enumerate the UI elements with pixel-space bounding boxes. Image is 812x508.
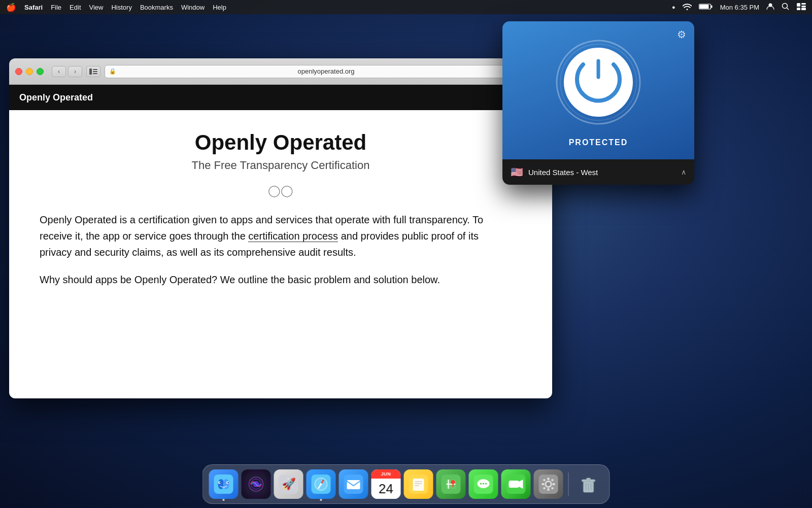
safari-toolbar: ‹ › 🔒 openlyoperated.org ↻ — [9, 58, 552, 85]
svg-rect-11 — [89, 69, 92, 75]
svg-point-37 — [320, 483, 322, 485]
search-icon[interactable] — [782, 3, 790, 12]
dock-finder[interactable] — [209, 469, 239, 499]
certification-link[interactable]: certification process — [248, 230, 338, 242]
page-body: Openly Operated is a certification given… — [40, 212, 496, 288]
svg-rect-9 — [797, 8, 800, 10]
safari-window: ‹ › 🔒 openlyoperated.org ↻ Openly Operat… — [9, 58, 552, 398]
dock-facetime[interactable] — [501, 469, 531, 499]
menu-edit[interactable]: Edit — [70, 4, 81, 11]
svg-rect-14 — [93, 73, 97, 74]
dock-calendar[interactable]: JUN 24 — [371, 469, 401, 499]
menu-file[interactable]: File — [51, 4, 61, 11]
menu-bookmarks[interactable]: Bookmarks — [140, 4, 173, 11]
bluetooth-icon[interactable]: ● — [672, 4, 675, 10]
vpn-location[interactable]: 🇺🇸 United States - West — [511, 166, 598, 178]
lock-icon: 🔒 — [109, 68, 116, 75]
svg-line-5 — [787, 8, 789, 10]
menu-help[interactable]: Help — [213, 4, 226, 11]
clock: Mon 6:35 PM — [720, 4, 759, 11]
svg-text:🚀: 🚀 — [282, 477, 296, 491]
dock-divider — [568, 472, 569, 496]
menubar: 🍎 Safari File Edit View History Bookmark… — [0, 0, 812, 14]
menu-window[interactable]: Window — [181, 4, 205, 11]
vpn-popup: ⚙ — [502, 21, 694, 185]
svg-rect-62 — [553, 483, 555, 485]
svg-point-51 — [483, 483, 484, 485]
vpn-body: ⚙ — [502, 21, 694, 159]
svg-rect-60 — [548, 488, 550, 491]
dock-trash[interactable] — [574, 469, 603, 499]
svg-point-24 — [219, 482, 220, 483]
page-subtitle: The Free Transparency Certification — [40, 159, 522, 172]
svg-rect-6 — [797, 3, 800, 7]
dock-safari[interactable] — [307, 469, 336, 499]
svg-rect-13 — [93, 71, 97, 72]
dock-mail[interactable] — [339, 469, 368, 499]
svg-rect-59 — [548, 478, 550, 480]
body-paragraph-2: Why should apps be Openly Operated? We o… — [40, 272, 496, 288]
control-center-icon[interactable] — [797, 3, 806, 12]
back-button[interactable]: ‹ — [52, 66, 66, 77]
menu-history[interactable]: History — [111, 4, 131, 11]
vpn-chevron-icon[interactable]: ∧ — [681, 168, 686, 176]
vpn-settings-button[interactable]: ⚙ — [677, 28, 686, 41]
dock-launchpad[interactable]: 🚀 — [274, 469, 303, 499]
calendar-month: JUN — [381, 471, 391, 477]
dock-maps[interactable] — [436, 469, 466, 499]
svg-point-4 — [783, 3, 788, 8]
site-nav-title: Openly Operated — [19, 92, 93, 103]
svg-rect-54 — [509, 481, 519, 488]
traffic-lights — [15, 68, 44, 75]
page-content: Openly Operated The Free Transparency Ce… — [9, 110, 552, 398]
calendar-date: 24 — [379, 481, 393, 497]
vpn-flag: 🇺🇸 — [511, 166, 523, 178]
desktop: 🍎 Safari File Edit View History Bookmark… — [0, 0, 812, 508]
page-divider: ◯◯ — [40, 184, 522, 197]
svg-rect-61 — [542, 483, 545, 485]
dock: 🚀 — [202, 464, 610, 504]
minimize-button[interactable] — [26, 68, 33, 75]
svg-point-21 — [223, 479, 229, 489]
svg-point-58 — [547, 482, 551, 486]
fullscreen-button[interactable] — [37, 68, 44, 75]
svg-rect-2 — [711, 5, 713, 8]
vpn-power-icon[interactable] — [553, 37, 644, 128]
vpn-location-text: United States - West — [528, 168, 598, 177]
url-bar[interactable]: 🔒 openlyoperated.org ↻ — [105, 65, 546, 78]
svg-rect-7 — [801, 3, 806, 5]
safari-active-dot — [320, 499, 322, 501]
finder-active-dot — [223, 499, 225, 501]
svg-rect-8 — [801, 6, 806, 7]
sidebar-button[interactable] — [86, 66, 100, 77]
svg-point-16 — [564, 48, 633, 117]
url-text: openlyoperated.org — [119, 67, 533, 75]
svg-rect-12 — [93, 69, 97, 70]
svg-point-50 — [480, 483, 482, 485]
svg-rect-41 — [413, 479, 424, 491]
vpn-footer[interactable]: 🇺🇸 United States - West ∧ — [502, 159, 694, 185]
dock-system-preferences[interactable] — [534, 469, 563, 499]
svg-rect-10 — [801, 8, 806, 10]
dock-notes[interactable] — [404, 469, 433, 499]
close-button[interactable] — [15, 68, 22, 75]
svg-rect-1 — [699, 5, 708, 9]
vpn-status-label: PROTECTED — [569, 138, 628, 147]
svg-point-52 — [485, 483, 487, 485]
body-paragraph-1: Openly Operated is a certification given… — [40, 212, 496, 260]
svg-point-25 — [227, 482, 228, 483]
app-name[interactable]: Safari — [24, 4, 43, 11]
svg-rect-70 — [587, 478, 591, 480]
user-icon[interactable] — [766, 3, 774, 12]
dock-siri[interactable] — [242, 469, 271, 499]
battery-icon[interactable] — [699, 3, 713, 12]
site-header: Openly Operated — [9, 85, 552, 110]
menu-view[interactable]: View — [89, 4, 104, 11]
page-title: Openly Operated — [40, 130, 522, 155]
apple-menu[interactable]: 🍎 — [6, 3, 16, 12]
forward-button[interactable]: › — [68, 66, 82, 77]
wifi-icon[interactable] — [683, 3, 692, 12]
svg-rect-39 — [347, 480, 360, 489]
dock-messages[interactable] — [469, 469, 498, 499]
svg-point-46 — [451, 480, 455, 484]
